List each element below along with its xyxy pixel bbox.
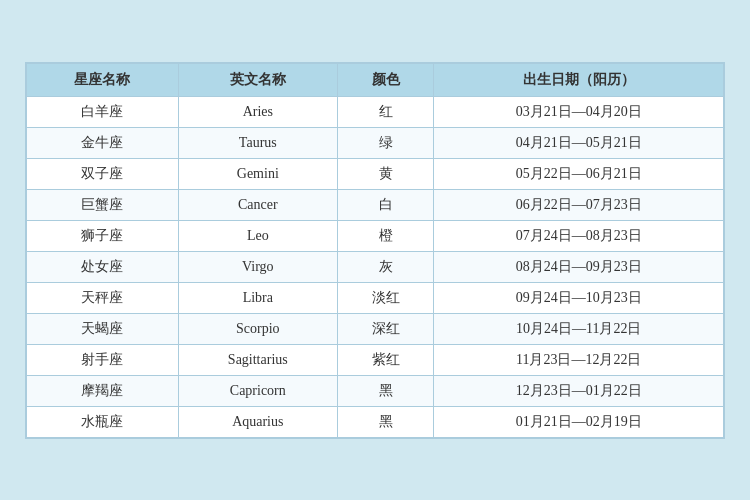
cell-row2-col3: 05月22日—06月21日 (434, 158, 724, 189)
cell-row4-col3: 07月24日—08月23日 (434, 220, 724, 251)
cell-row3-col0: 巨蟹座 (27, 189, 179, 220)
cell-row0-col2: 红 (337, 96, 434, 127)
table-body: 白羊座Aries红03月21日—04月20日金牛座Taurus绿04月21日—0… (27, 96, 724, 437)
table-row: 水瓶座Aquarius黑01月21日—02月19日 (27, 406, 724, 437)
table-row: 金牛座Taurus绿04月21日—05月21日 (27, 127, 724, 158)
cell-row8-col3: 11月23日—12月22日 (434, 344, 724, 375)
cell-row9-col1: Capricorn (178, 375, 337, 406)
cell-row10-col1: Aquarius (178, 406, 337, 437)
col-header-chinese: 星座名称 (27, 63, 179, 96)
cell-row5-col2: 灰 (337, 251, 434, 282)
cell-row5-col3: 08月24日—09月23日 (434, 251, 724, 282)
cell-row9-col3: 12月23日—01月22日 (434, 375, 724, 406)
cell-row2-col2: 黄 (337, 158, 434, 189)
cell-row3-col1: Cancer (178, 189, 337, 220)
zodiac-table: 星座名称 英文名称 颜色 出生日期（阳历） 白羊座Aries红03月21日—04… (26, 63, 724, 438)
table-row: 巨蟹座Cancer白06月22日—07月23日 (27, 189, 724, 220)
cell-row9-col0: 摩羯座 (27, 375, 179, 406)
table-header-row: 星座名称 英文名称 颜色 出生日期（阳历） (27, 63, 724, 96)
table-row: 射手座Sagittarius紫红11月23日—12月22日 (27, 344, 724, 375)
table-row: 处女座Virgo灰08月24日—09月23日 (27, 251, 724, 282)
cell-row1-col3: 04月21日—05月21日 (434, 127, 724, 158)
cell-row7-col1: Scorpio (178, 313, 337, 344)
table-row: 天蝎座Scorpio深红10月24日—11月22日 (27, 313, 724, 344)
cell-row7-col2: 深红 (337, 313, 434, 344)
cell-row10-col2: 黑 (337, 406, 434, 437)
cell-row5-col1: Virgo (178, 251, 337, 282)
cell-row4-col2: 橙 (337, 220, 434, 251)
zodiac-table-container: 星座名称 英文名称 颜色 出生日期（阳历） 白羊座Aries红03月21日—04… (25, 62, 725, 439)
col-header-dates: 出生日期（阳历） (434, 63, 724, 96)
table-row: 白羊座Aries红03月21日—04月20日 (27, 96, 724, 127)
cell-row0-col0: 白羊座 (27, 96, 179, 127)
cell-row3-col2: 白 (337, 189, 434, 220)
table-row: 天秤座Libra淡红09月24日—10月23日 (27, 282, 724, 313)
cell-row0-col3: 03月21日—04月20日 (434, 96, 724, 127)
cell-row8-col1: Sagittarius (178, 344, 337, 375)
cell-row1-col1: Taurus (178, 127, 337, 158)
cell-row2-col1: Gemini (178, 158, 337, 189)
cell-row5-col0: 处女座 (27, 251, 179, 282)
cell-row7-col0: 天蝎座 (27, 313, 179, 344)
cell-row6-col1: Libra (178, 282, 337, 313)
cell-row6-col2: 淡红 (337, 282, 434, 313)
cell-row10-col3: 01月21日—02月19日 (434, 406, 724, 437)
cell-row8-col2: 紫红 (337, 344, 434, 375)
col-header-color: 颜色 (337, 63, 434, 96)
cell-row9-col2: 黑 (337, 375, 434, 406)
cell-row6-col3: 09月24日—10月23日 (434, 282, 724, 313)
table-row: 摩羯座Capricorn黑12月23日—01月22日 (27, 375, 724, 406)
cell-row7-col3: 10月24日—11月22日 (434, 313, 724, 344)
cell-row4-col1: Leo (178, 220, 337, 251)
table-row: 狮子座Leo橙07月24日—08月23日 (27, 220, 724, 251)
cell-row2-col0: 双子座 (27, 158, 179, 189)
cell-row4-col0: 狮子座 (27, 220, 179, 251)
cell-row0-col1: Aries (178, 96, 337, 127)
cell-row3-col3: 06月22日—07月23日 (434, 189, 724, 220)
cell-row10-col0: 水瓶座 (27, 406, 179, 437)
cell-row8-col0: 射手座 (27, 344, 179, 375)
cell-row1-col0: 金牛座 (27, 127, 179, 158)
cell-row6-col0: 天秤座 (27, 282, 179, 313)
cell-row1-col2: 绿 (337, 127, 434, 158)
table-row: 双子座Gemini黄05月22日—06月21日 (27, 158, 724, 189)
col-header-english: 英文名称 (178, 63, 337, 96)
